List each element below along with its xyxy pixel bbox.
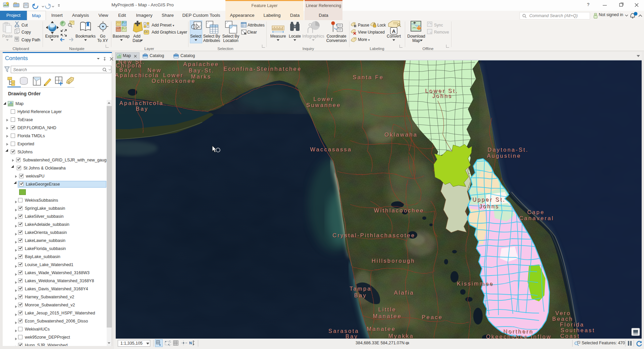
svg-text:Bay: Bay — [136, 106, 149, 112]
svg-text:Little: Little — [378, 306, 396, 312]
svg-text:Hillsborough: Hillsborough — [372, 258, 415, 264]
svg-text:Alafia: Alafia — [394, 290, 414, 296]
svg-text:Daytona-St.: Daytona-St. — [488, 147, 529, 153]
svg-text:Myakka: Myakka — [388, 333, 414, 339]
svg-text:Coast: Coast — [560, 333, 580, 339]
svg-text:Crystal-Pithlachascotee: Crystal-Pithlachascotee — [333, 232, 416, 238]
svg-text:Peace: Peace — [422, 314, 443, 320]
svg-text:Suwannee: Suwannee — [306, 102, 341, 108]
svg-text:Manatee: Manatee — [373, 313, 402, 319]
svg-text:N: N — [189, 341, 192, 345]
svg-text:Southeast: Southeast — [560, 327, 595, 333]
svg-text:Santa Fe: Santa Fe — [353, 74, 384, 80]
svg-text:A: A — [392, 28, 396, 34]
svg-text:Apalachee: Apalachee — [183, 61, 219, 67]
svg-text:Bay-St.: Bay-St. — [189, 67, 215, 73]
svg-text:Lower: Lower — [314, 96, 334, 102]
svg-text:Johns: Johns — [432, 93, 452, 99]
svg-text:Vero: Vero — [555, 310, 571, 316]
svg-text:Apalachicola: Apalachicola — [116, 72, 159, 78]
svg-text:Apalachicola: Apalachicola — [119, 100, 164, 106]
svg-text:Waccasassa: Waccasassa — [310, 146, 352, 152]
svg-text:Marks: Marks — [191, 73, 212, 80]
svg-text:Florida: Florida — [560, 321, 585, 328]
svg-text:Oklawaha: Oklawaha — [385, 132, 418, 138]
svg-text:Cape: Cape — [527, 209, 545, 215]
svg-text:Canaveral: Canaveral — [519, 215, 554, 221]
svg-text:Augustine: Augustine — [487, 153, 521, 159]
svg-text:Ochlockonee: Ochlockonee — [152, 78, 196, 84]
svg-text:Bay: Bay — [354, 292, 367, 298]
svg-text:Withlacoochee: Withlacoochee — [374, 207, 424, 213]
svg-text:Kissimmee: Kissimmee — [457, 281, 493, 287]
svg-text:Manatee: Manatee — [367, 326, 396, 332]
svg-text:Johns: Johns — [479, 203, 499, 209]
svg-text:Tampa: Tampa — [350, 286, 372, 292]
svg-text:Lower: Lower — [163, 72, 184, 78]
svg-text:Beach: Beach — [552, 316, 574, 322]
svg-text:Econfina-Steinhatchee: Econfina-Steinhatchee — [223, 66, 302, 72]
svg-text:Bay: Bay — [345, 333, 358, 339]
svg-text:Upper St.: Upper St. — [472, 196, 505, 202]
svg-text:Okeechobee Inflow: Okeechobee Inflow — [486, 334, 552, 339]
